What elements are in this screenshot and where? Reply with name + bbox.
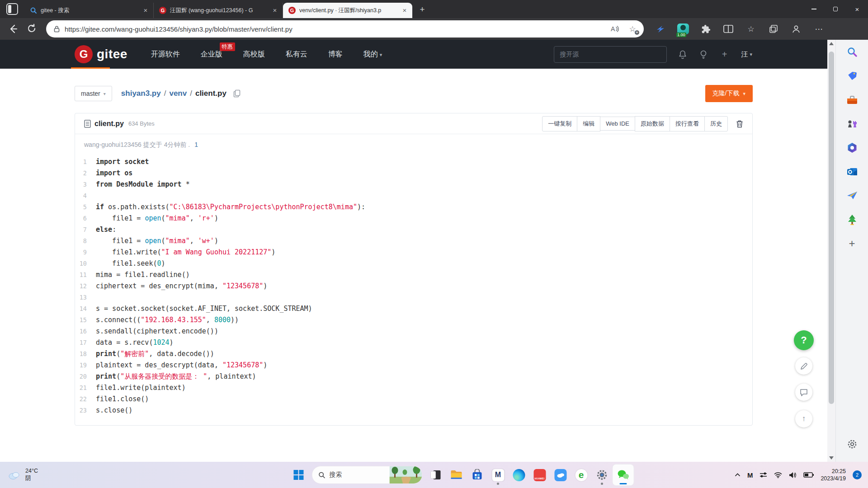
browser-360-button[interactable]: e	[571, 464, 592, 486]
scroll-up-icon[interactable]	[829, 42, 834, 45]
url-text[interactable]: https://gitee.com/wang-guohui123456/shiy…	[65, 25, 601, 33]
scroll-down-icon[interactable]	[829, 456, 834, 460]
comment-button[interactable]	[795, 384, 812, 401]
favorites-icon[interactable]: ☆	[745, 23, 757, 35]
sidebar-settings-gear-icon[interactable]	[846, 438, 858, 450]
sidebar-games-icon[interactable]	[846, 118, 858, 130]
back-to-top-button[interactable]: ↑	[795, 410, 812, 427]
money-extension-icon[interactable]: 1.00	[677, 23, 689, 35]
sidebar-toolbox-icon[interactable]	[846, 94, 858, 106]
sidebar-search-icon[interactable]	[846, 46, 858, 58]
raw-data-button[interactable]: 原始数据	[635, 116, 670, 131]
tab-gitee-profile[interactable]: G 汪国辉 (wang-guohui123456) - G ×	[154, 3, 283, 18]
nav-enterprise[interactable]: 企业版特惠	[201, 50, 222, 59]
lock-icon[interactable]	[53, 25, 60, 33]
maximize-button[interactable]	[825, 0, 846, 18]
nav-private-cloud[interactable]: 私有云	[286, 50, 307, 59]
gitee-search-input[interactable]	[554, 46, 667, 63]
new-tab-button[interactable]: +	[416, 4, 429, 16]
start-button[interactable]	[288, 464, 309, 486]
volume-icon[interactable]	[789, 472, 797, 479]
branch-selector[interactable]: master▾	[75, 86, 112, 101]
code-line: 9 file1.write("I am Wang Guohui 20221127…	[75, 247, 752, 258]
notification-count-badge[interactable]: 2	[853, 470, 862, 479]
nav-campus[interactable]: 高校版	[243, 50, 265, 59]
quick-toggles-icon[interactable]	[760, 472, 767, 478]
microsoft-store-button[interactable]	[467, 464, 488, 486]
marktext-button[interactable]: M	[488, 464, 509, 486]
user-avatar[interactable]: 汪▾	[741, 50, 752, 59]
commit-count[interactable]: 1	[194, 141, 198, 148]
create-plus-icon[interactable]: +	[719, 49, 729, 59]
collections-icon[interactable]	[768, 23, 779, 35]
browser-menu-icon[interactable]: ⋯	[813, 23, 825, 35]
code-line: 5if os.path.exists("C:\86183\PycharmProj…	[75, 202, 752, 213]
page-scrollbar[interactable]	[827, 40, 835, 462]
line-number: 15	[75, 314, 96, 326]
back-icon[interactable]	[7, 23, 19, 35]
clock-widget[interactable]: 20:25 2023/4/19	[821, 468, 846, 483]
read-aloud-icon[interactable]: A	[609, 24, 619, 34]
code-line: 23s.close()	[75, 405, 752, 416]
split-screen-icon[interactable]	[722, 23, 734, 35]
tab-gitee-search[interactable]: gitee - 搜索 ×	[24, 3, 154, 18]
m-app-icon: M	[492, 469, 504, 481]
clone-download-button[interactable]: 克隆/下载▾	[705, 85, 753, 102]
tab-workspaces-icon[interactable]	[6, 3, 18, 15]
history-button[interactable]: 历史	[704, 116, 728, 131]
sidebar-drop-plane-icon[interactable]	[846, 190, 858, 202]
tab-close-icon[interactable]: ×	[271, 6, 279, 14]
task-view-button[interactable]	[425, 464, 446, 486]
wifi-icon[interactable]	[774, 472, 782, 478]
sidebar-shopping-tag-icon[interactable]	[846, 70, 858, 82]
gitee-nav: 开源软件 企业版特惠 高校版 私有云 博客 我的▾	[151, 50, 382, 59]
nav-opensource[interactable]: 开源软件	[151, 50, 180, 59]
close-button[interactable]: ×	[846, 0, 868, 18]
tab-client-py[interactable]: G venv/client.py · 汪国辉/shiyan3.p ×	[283, 3, 412, 18]
sidebar-tree-icon[interactable]	[846, 214, 858, 225]
minimize-button[interactable]	[803, 0, 825, 18]
tray-expand-icon[interactable]	[735, 473, 741, 477]
gitee-logo[interactable]: G gitee	[75, 45, 127, 63]
notifications-bell-icon[interactable]	[678, 49, 688, 59]
input-method-indicator[interactable]: M	[747, 471, 753, 479]
cloud-app-button[interactable]	[550, 464, 571, 486]
battery-icon[interactable]	[803, 472, 814, 478]
add-favorite-icon[interactable]: ☆+	[627, 24, 637, 34]
thunder-extension-icon[interactable]	[655, 23, 666, 35]
address-bar[interactable]: https://gitee.com/wang-guohui123456/shiy…	[46, 20, 644, 38]
tab-close-icon[interactable]: ×	[401, 6, 409, 14]
commit-author[interactable]: wang-guohui123456	[84, 141, 142, 148]
code-line: 15s.connect(("192.168.43.155", 8000))	[75, 314, 752, 326]
settings-button[interactable]	[592, 464, 613, 486]
line-content: plaintext = des_descrypt(data, "12345678…	[96, 360, 267, 371]
copy-path-icon[interactable]	[233, 89, 241, 98]
taskbar-search[interactable]: 搜索	[312, 466, 423, 484]
tab-close-icon[interactable]: ×	[142, 6, 150, 14]
breadcrumb-repo-link[interactable]: shiyan3.py	[121, 89, 161, 98]
taskbar-weather-widget[interactable]: 24°C阴	[7, 468, 38, 482]
nav-mine[interactable]: 我的▾	[363, 50, 382, 59]
scrollbar-thumb[interactable]	[829, 52, 834, 404]
line-number: 23	[75, 405, 96, 416]
help-button[interactable]: ?	[794, 330, 814, 350]
sidebar-add-icon[interactable]: +	[846, 238, 858, 249]
huawei-store-button[interactable]: HUAWEI	[529, 464, 550, 486]
idea-bulb-icon[interactable]	[698, 49, 708, 59]
nav-blog[interactable]: 博客	[328, 50, 343, 59]
refresh-icon[interactable]	[26, 23, 38, 35]
profile-avatar-icon[interactable]	[790, 23, 802, 35]
file-explorer-button[interactable]	[446, 464, 467, 486]
copy-content-button[interactable]: 一键复制	[542, 116, 577, 131]
extensions-icon[interactable]	[700, 23, 712, 35]
wechat-button[interactable]	[613, 464, 634, 486]
line-view-button[interactable]: 按行查看	[670, 116, 705, 131]
web-ide-button[interactable]: Web IDE	[600, 117, 635, 131]
feedback-edit-button[interactable]	[795, 357, 812, 375]
delete-trash-icon[interactable]	[736, 120, 743, 128]
edge-browser-button[interactable]	[509, 464, 529, 486]
sidebar-microsoft365-icon[interactable]	[846, 142, 858, 154]
edit-button[interactable]: 编辑	[577, 116, 600, 131]
breadcrumb-dir-link[interactable]: venv	[169, 89, 187, 98]
sidebar-outlook-icon[interactable]	[846, 166, 858, 178]
